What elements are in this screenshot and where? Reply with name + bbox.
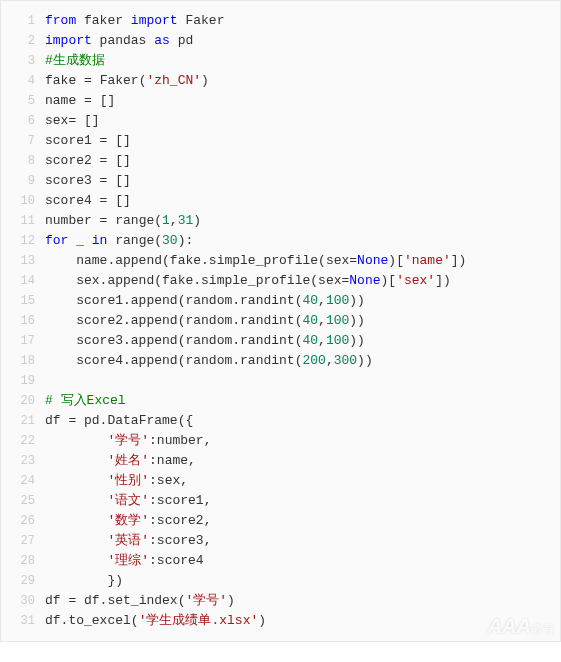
code-line: 20# 写入Excel (1, 391, 560, 411)
code-content: #生成数据 (45, 51, 105, 71)
code-line: 7score1 = [] (1, 131, 560, 151)
code-content: df.to_excel('学生成绩单.xlsx') (45, 611, 266, 631)
line-number: 12 (1, 231, 45, 251)
line-number: 14 (1, 271, 45, 291)
line-number: 31 (1, 611, 45, 631)
line-number: 21 (1, 411, 45, 431)
code-content: score3 = [] (45, 171, 131, 191)
code-content: score1 = [] (45, 131, 131, 151)
code-content: for _ in range(30): (45, 231, 193, 251)
code-content: score2.append(random.randint(40,100)) (45, 311, 365, 331)
code-line: 18 score4.append(random.randint(200,300)… (1, 351, 560, 371)
code-line: 19 (1, 371, 560, 391)
code-line: 12for _ in range(30): (1, 231, 560, 251)
line-number: 18 (1, 351, 45, 371)
code-line: 1from faker import Faker (1, 11, 560, 31)
line-number: 22 (1, 431, 45, 451)
code-line: 30df = df.set_index('学号') (1, 591, 560, 611)
code-line: 2import pandas as pd (1, 31, 560, 51)
code-line: 17 score3.append(random.randint(40,100)) (1, 331, 560, 351)
line-number: 11 (1, 211, 45, 231)
code-content: sex= [] (45, 111, 100, 131)
code-line: 9score3 = [] (1, 171, 560, 191)
code-content: '性别':sex, (45, 471, 188, 491)
line-number: 30 (1, 591, 45, 611)
code-content: '数学':score2, (45, 511, 211, 531)
code-line: 16 score2.append(random.randint(40,100)) (1, 311, 560, 331)
code-content: fake = Faker('zh_CN') (45, 71, 209, 91)
line-number: 9 (1, 171, 45, 191)
code-line: 27 '英语':score3, (1, 531, 560, 551)
code-content: from faker import Faker (45, 11, 224, 31)
code-line: 26 '数学':score2, (1, 511, 560, 531)
code-content: '理综':score4 (45, 551, 204, 571)
code-content: score4 = [] (45, 191, 131, 211)
line-number: 10 (1, 191, 45, 211)
line-number: 16 (1, 311, 45, 331)
line-number: 4 (1, 71, 45, 91)
code-content: '语文':score1, (45, 491, 211, 511)
code-content: '学号':number, (45, 431, 211, 451)
code-line: 24 '性别':sex, (1, 471, 560, 491)
line-number: 8 (1, 151, 45, 171)
line-number: 7 (1, 131, 45, 151)
line-number: 13 (1, 251, 45, 271)
code-line: 3#生成数据 (1, 51, 560, 71)
code-line: 13 name.append(fake.simple_profile(sex=N… (1, 251, 560, 271)
code-content: score4.append(random.randint(200,300)) (45, 351, 373, 371)
code-line: 5name = [] (1, 91, 560, 111)
code-content: score3.append(random.randint(40,100)) (45, 331, 365, 351)
code-line: 6sex= [] (1, 111, 560, 131)
code-content: score1.append(random.randint(40,100)) (45, 291, 365, 311)
line-number: 3 (1, 51, 45, 71)
line-number: 24 (1, 471, 45, 491)
line-number: 26 (1, 511, 45, 531)
code-content: name.append(fake.simple_profile(sex=None… (45, 251, 466, 271)
line-number: 19 (1, 371, 45, 391)
code-content: '姓名':name, (45, 451, 196, 471)
code-content: df = df.set_index('学号') (45, 591, 235, 611)
line-number: 15 (1, 291, 45, 311)
code-line: 22 '学号':number, (1, 431, 560, 451)
code-content: sex.append(fake.simple_profile(sex=None)… (45, 271, 451, 291)
code-content: # 写入Excel (45, 391, 126, 411)
line-number: 5 (1, 91, 45, 111)
code-line: 23 '姓名':name, (1, 451, 560, 471)
code-content: }) (45, 571, 123, 591)
line-number: 25 (1, 491, 45, 511)
line-number: 20 (1, 391, 45, 411)
code-block: 1from faker import Faker2import pandas a… (0, 0, 561, 642)
code-line: 28 '理综':score4 (1, 551, 560, 571)
line-number: 29 (1, 571, 45, 591)
code-line: 14 sex.append(fake.simple_profile(sex=No… (1, 271, 560, 291)
code-line: 10score4 = [] (1, 191, 560, 211)
code-line: 31df.to_excel('学生成绩单.xlsx') (1, 611, 560, 631)
code-content: df = pd.DataFrame({ (45, 411, 193, 431)
line-number: 28 (1, 551, 45, 571)
code-line: 29 }) (1, 571, 560, 591)
code-content: number = range(1,31) (45, 211, 201, 231)
code-line: 25 '语文':score1, (1, 491, 560, 511)
line-number: 1 (1, 11, 45, 31)
code-content: import pandas as pd (45, 31, 193, 51)
code-line: 8score2 = [] (1, 151, 560, 171)
code-line: 4fake = Faker('zh_CN') (1, 71, 560, 91)
code-content: '英语':score3, (45, 531, 211, 551)
line-number: 23 (1, 451, 45, 471)
line-number: 27 (1, 531, 45, 551)
line-number: 17 (1, 331, 45, 351)
line-number: 2 (1, 31, 45, 51)
code-line: 15 score1.append(random.randint(40,100)) (1, 291, 560, 311)
code-line: 21df = pd.DataFrame({ (1, 411, 560, 431)
code-line: 11number = range(1,31) (1, 211, 560, 231)
code-content: score2 = [] (45, 151, 131, 171)
code-content: name = [] (45, 91, 115, 111)
line-number: 6 (1, 111, 45, 131)
